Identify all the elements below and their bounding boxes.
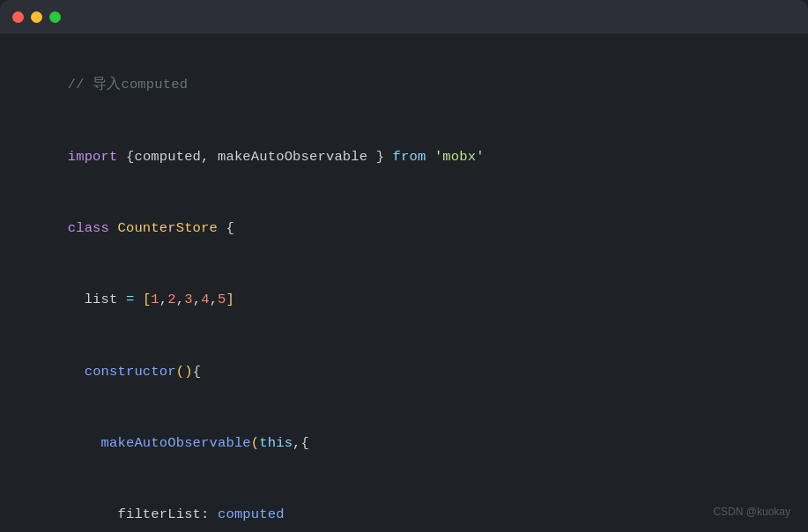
code-area: // 导入computed import {computed, makeAuto… [0,33,808,532]
titlebar [0,0,808,33]
string-mobx: 'mobx' [434,149,485,165]
maximize-button[interactable] [49,11,61,23]
code-line-import: import {computed, makeAutoObservable } f… [18,121,787,192]
minimize-button[interactable] [31,11,42,23]
keyword-constructor: constructor [85,364,176,380]
code-window: // 导入computed import {computed, makeAuto… [0,0,808,532]
classname: CounterStore [118,220,226,236]
keyword-from: from [393,149,434,165]
keyword-import: import [68,149,126,165]
code-line-class: class CounterStore { [18,193,787,264]
comment-text: // 导入computed [68,77,188,92]
code-line-constructor: constructor(){ [18,336,787,408]
watermark: CSDN @kuokay [713,506,790,518]
code-line-comment1: // 导入computed [18,49,787,121]
keyword-class: class [68,220,118,236]
code-line-list: list = [1,2,3,4,5] [18,264,787,336]
func-makeauto: makeAutoObservable [101,435,251,451]
close-button[interactable] [12,11,24,23]
code-line-makeauto: makeAutoObservable(this,{ [18,408,787,479]
code-line-filterlist1: filterList: computed [18,479,787,532]
